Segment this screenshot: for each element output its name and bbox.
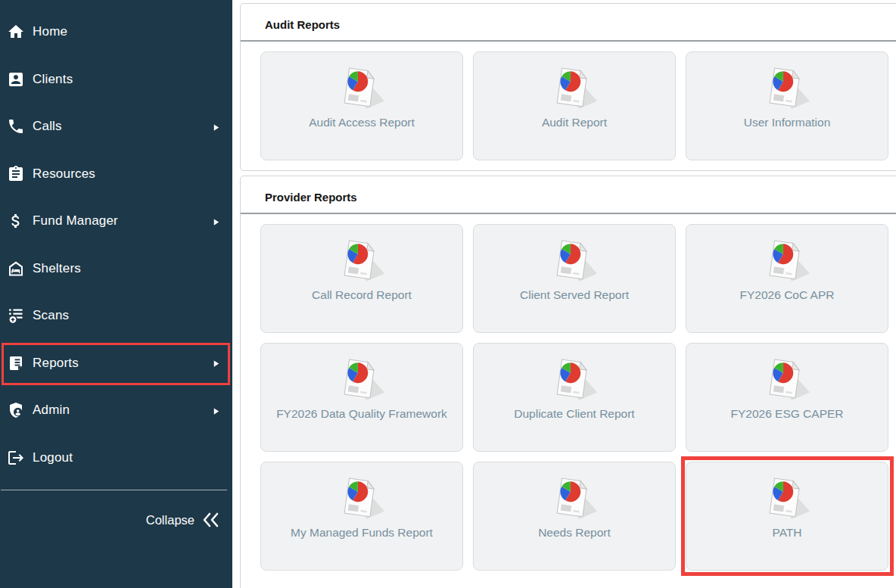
report-card-label: Call Record Report <box>307 288 416 302</box>
sidebar-item-fund-manager[interactable]: Fund Manager <box>0 198 232 245</box>
report-card-my-managed-funds-report[interactable]: My Managed Funds Report <box>260 462 463 571</box>
report-card-label: Audit Report <box>537 116 611 129</box>
sidebar-item-resources[interactable]: Resources <box>0 151 232 198</box>
clipboard-icon <box>7 165 25 183</box>
phone-icon <box>7 117 25 135</box>
scan-list-add-icon <box>7 306 25 325</box>
sidebar-item-admin[interactable]: Admin <box>0 387 232 434</box>
report-card-label: Duplicate Client Report <box>509 407 639 421</box>
collapse-button[interactable]: Collapse <box>146 512 221 528</box>
report-card-needs-report[interactable]: Needs Report <box>473 462 676 571</box>
report-card-call-record-report[interactable]: Call Record Report <box>260 224 463 333</box>
audit-reports-grid: Audit Access Report Audit Report User In… <box>241 42 896 171</box>
report-card-user-information[interactable]: User Information <box>686 51 888 160</box>
main-content: Audit Reports Audit Access Report Audit … <box>232 0 896 588</box>
sidebar-item-label: Resources <box>33 166 95 182</box>
sidebar-item-scans[interactable]: Scans <box>0 292 232 340</box>
sidebar-item-label: Reports <box>33 356 79 371</box>
sidebar-item-label: Fund Manager <box>33 213 118 229</box>
sidebar-item-label: Logout <box>33 450 73 465</box>
sidebar-item-reports[interactable]: Reports <box>0 340 232 387</box>
admin-shield-icon <box>7 401 25 419</box>
logout-icon <box>7 449 25 467</box>
double-chevron-left-icon <box>201 512 221 528</box>
sidebar-item-label: Clients <box>33 72 73 87</box>
report-card-path[interactable]: PATH <box>686 462 888 571</box>
report-card-label: Audit Access Report <box>304 116 419 129</box>
pie-chart-document-icon <box>549 474 599 521</box>
person-badge-icon <box>7 70 25 89</box>
submenu-arrow-icon <box>212 406 220 415</box>
provider-reports-grid: Call Record Report Client Served Report … <box>241 214 896 581</box>
pie-chart-document-icon <box>337 237 387 284</box>
sidebar-item-label: Scans <box>33 308 69 323</box>
report-card-label: FY2026 Data Quality Framework <box>272 407 452 421</box>
provider-reports-title: Provider Reports <box>241 176 896 213</box>
audit-reports-panel: Audit Reports Audit Access Report Audit … <box>240 3 896 171</box>
report-card-label: FY2026 ESG CAPER <box>726 407 848 421</box>
report-note-icon <box>7 354 25 372</box>
report-card-client-served-report[interactable]: Client Served Report <box>473 224 676 333</box>
sidebar-item-label: Shelters <box>33 261 81 276</box>
sidebar-divider <box>1 490 227 490</box>
sidebar-item-logout[interactable]: Logout <box>0 434 232 482</box>
pie-chart-document-icon <box>337 356 387 403</box>
home-icon <box>7 23 25 41</box>
dollar-icon <box>7 212 25 230</box>
pie-chart-document-icon <box>549 64 599 111</box>
shelter-house-icon <box>7 260 25 278</box>
audit-reports-title: Audit Reports <box>241 4 896 40</box>
submenu-arrow-icon <box>212 358 220 368</box>
sidebar: Home Clients Calls Resources <box>0 0 232 588</box>
submenu-arrow-icon <box>212 216 220 226</box>
report-card-label: Needs Report <box>534 526 615 540</box>
pie-chart-document-icon <box>337 64 387 111</box>
pie-chart-document-icon <box>549 237 599 284</box>
sidebar-item-shelters[interactable]: Shelters <box>0 245 232 293</box>
sidebar-item-label: Home <box>33 24 67 39</box>
pie-chart-document-icon <box>762 356 812 403</box>
sidebar-item-calls[interactable]: Calls <box>0 103 232 151</box>
report-card-fy2026-data-quality-framework[interactable]: FY2026 Data Quality Framework <box>260 343 463 452</box>
report-card-audit-access-report[interactable]: Audit Access Report <box>260 51 463 160</box>
sidebar-item-home[interactable]: Home <box>0 8 232 56</box>
report-card-audit-report[interactable]: Audit Report <box>473 51 676 160</box>
pie-chart-document-icon <box>762 237 812 284</box>
report-card-label: My Managed Funds Report <box>286 526 437 540</box>
report-card-label: FY2026 CoC APR <box>736 288 839 302</box>
sidebar-item-clients[interactable]: Clients <box>0 56 232 104</box>
provider-reports-panel: Provider Reports Call Record Report Clie… <box>240 176 896 588</box>
report-card-duplicate-client-report[interactable]: Duplicate Client Report <box>473 343 676 452</box>
pie-chart-document-icon <box>549 356 599 403</box>
report-card-label: User Information <box>739 116 835 129</box>
pie-chart-document-icon <box>762 474 812 521</box>
collapse-label: Collapse <box>146 513 194 527</box>
pie-chart-document-icon <box>762 64 812 111</box>
pie-chart-document-icon <box>337 474 387 521</box>
sidebar-item-label: Calls <box>33 119 62 134</box>
submenu-arrow-icon <box>212 122 220 132</box>
sidebar-nav: Home Clients Calls Resources <box>0 0 232 481</box>
sidebar-item-label: Admin <box>33 403 70 418</box>
report-card-label: Client Served Report <box>515 288 633 302</box>
report-card-fy2026-coc-apr[interactable]: FY2026 CoC APR <box>686 224 888 333</box>
report-card-fy2026-esg-caper[interactable]: FY2026 ESG CAPER <box>686 343 888 452</box>
report-card-label: PATH <box>767 526 806 540</box>
